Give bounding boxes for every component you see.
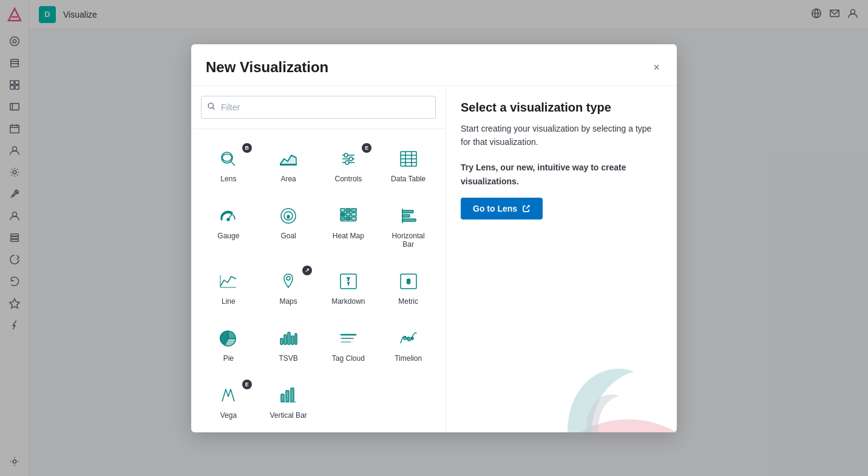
viz-icon-metric: 8: [396, 269, 421, 293]
viz-item-lens[interactable]: B Lens: [201, 139, 256, 191]
viz-icon-lens: [216, 147, 240, 171]
svg-rect-57: [346, 217, 350, 220]
svg-rect-75: [291, 336, 294, 344]
svg-rect-32: [280, 164, 296, 165]
viz-item-goal[interactable]: 8 Goal: [261, 196, 316, 256]
viz-label-vertical-bar: Vertical Bar: [270, 411, 307, 420]
viz-label-vega: Vega: [220, 411, 237, 420]
svg-point-66: [287, 277, 290, 280]
viz-icon-line: [216, 269, 240, 293]
svg-rect-56: [341, 217, 345, 220]
search-box: [191, 86, 446, 129]
viz-item-timelion[interactable]: Timelion: [381, 318, 436, 370]
filter-input[interactable]: [201, 96, 436, 119]
svg-rect-58: [351, 217, 356, 220]
svg-text:8: 8: [407, 278, 410, 285]
go-to-lens-label: Go to Lens: [473, 204, 517, 213]
viz-label-goal: Goal: [280, 232, 296, 240]
modal-body: B Lens Area E Controls Data Table Gauge …: [191, 86, 677, 432]
viz-label-tsvb: TSVB: [279, 354, 297, 363]
visualization-grid: B Lens Area E Controls Data Table Gauge …: [191, 129, 446, 432]
viz-item-horizontal-bar[interactable]: Horizontal Bar: [381, 196, 436, 256]
right-title: Select a visualization type: [461, 101, 662, 115]
go-to-lens-button[interactable]: Go to Lens: [461, 198, 543, 220]
modal-title: New Visualization: [206, 59, 328, 76]
viz-item-markdown[interactable]: TT Markdown: [321, 261, 376, 313]
modal-header: New Visualization ×: [191, 44, 677, 86]
viz-item-metric[interactable]: 8 Metric: [381, 261, 436, 313]
viz-icon-vertical-bar: [276, 383, 300, 407]
badge-lens: B: [242, 143, 252, 153]
viz-label-metric: Metric: [398, 297, 418, 306]
viz-item-line[interactable]: Line: [201, 261, 256, 313]
svg-rect-61: [402, 210, 413, 213]
svg-point-37: [349, 157, 353, 161]
viz-label-lens: Lens: [220, 175, 236, 183]
svg-rect-50: [341, 209, 345, 212]
viz-icon-markdown: TT: [336, 269, 361, 293]
svg-point-38: [345, 161, 349, 164]
viz-icon-horizontal-bar: [396, 204, 421, 228]
viz-label-controls: Controls: [335, 175, 362, 183]
viz-label-line: Line: [222, 297, 236, 306]
svg-rect-54: [346, 213, 350, 216]
viz-label-gauge: Gauge: [217, 232, 239, 240]
svg-rect-74: [288, 332, 290, 344]
viz-item-tag-cloud[interactable]: Tag Cloud: [321, 318, 376, 370]
external-link-icon: [523, 206, 529, 212]
svg-point-46: [227, 218, 229, 221]
svg-line-31: [231, 162, 235, 166]
svg-point-28: [208, 103, 213, 108]
svg-rect-52: [351, 209, 356, 212]
svg-point-36: [344, 153, 348, 157]
svg-rect-73: [284, 335, 287, 344]
viz-item-vertical-bar[interactable]: Vertical Bar: [261, 375, 316, 427]
viz-label-tag-cloud: Tag Cloud: [332, 354, 365, 363]
svg-rect-63: [402, 219, 416, 221]
viz-label-heat-map: Heat Map: [333, 232, 364, 240]
svg-rect-55: [351, 213, 356, 216]
viz-icon-controls: [336, 147, 361, 171]
viz-icon-area: [276, 147, 300, 171]
viz-icon-timelion: [396, 326, 421, 350]
search-icon: [207, 102, 215, 112]
new-visualization-modal: New Visualization × B Lens: [191, 44, 677, 432]
svg-rect-62: [402, 215, 410, 217]
right-description: Start creating your visualization by sel…: [461, 122, 662, 149]
close-button[interactable]: ×: [651, 59, 662, 75]
viz-icon-gauge: [216, 204, 240, 228]
viz-item-area[interactable]: Area: [261, 139, 316, 191]
viz-icon-heat-map: [336, 204, 361, 228]
viz-item-gauge[interactable]: Gauge: [201, 196, 256, 256]
viz-label-data-table: Data Table: [391, 175, 426, 183]
viz-icon-tag-cloud: [336, 326, 361, 350]
viz-item-vega[interactable]: E Vega: [201, 375, 256, 427]
viz-item-data-table[interactable]: Data Table: [381, 139, 436, 191]
modal-overlay: New Visualization × B Lens: [0, 0, 868, 476]
svg-rect-76: [295, 334, 297, 344]
svg-rect-53: [341, 213, 345, 216]
right-cta-text: Try Lens, our new, intuitive way to crea…: [461, 161, 662, 188]
viz-label-markdown: Markdown: [331, 297, 365, 306]
viz-icon-vega: [216, 383, 240, 407]
viz-item-heat-map[interactable]: Heat Map: [321, 196, 376, 256]
svg-rect-51: [346, 209, 350, 212]
viz-label-timelion: Timelion: [395, 354, 422, 363]
badge-link-maps: [302, 266, 312, 275]
decorative-shapes: [531, 299, 677, 432]
viz-item-controls[interactable]: E Controls: [321, 139, 376, 191]
viz-label-horizontal-bar: Horizontal Bar: [386, 232, 430, 249]
left-panel: B Lens Area E Controls Data Table Gauge …: [191, 86, 446, 432]
viz-icon-maps: [276, 269, 300, 293]
svg-rect-85: [291, 388, 294, 401]
svg-rect-67: [341, 274, 356, 289]
viz-item-maps[interactable]: Maps: [261, 261, 316, 313]
right-panel: Select a visualization type Start creati…: [446, 86, 677, 432]
viz-item-pie[interactable]: Pie: [201, 318, 256, 370]
viz-label-area: Area: [280, 175, 296, 183]
viz-icon-pie: [216, 326, 240, 350]
svg-text:8: 8: [287, 215, 290, 219]
svg-line-29: [212, 107, 214, 109]
viz-item-tsvb[interactable]: TSVB: [261, 318, 316, 370]
viz-label-maps: Maps: [279, 297, 297, 306]
